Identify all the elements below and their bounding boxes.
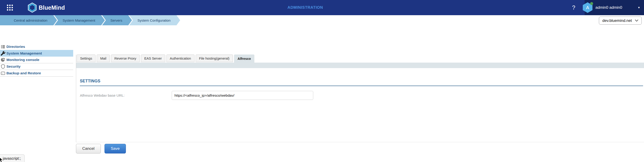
tab-alfresco[interactable]: Alfresco [234, 54, 254, 62]
webdav-url-input[interactable] [172, 91, 313, 100]
mouse-cursor-icon [0, 157, 4, 162]
sidebar-item-directories[interactable]: Directories [0, 43, 73, 50]
breadcrumb: Central administration System Management… [0, 15, 644, 25]
user-name: admin0 admin0 [596, 5, 622, 10]
status-text: javascript:; [3, 156, 21, 160]
brand-name: BlueMind [39, 4, 65, 11]
online-status-dot [590, 2, 593, 5]
sidebar-item-label: Monitoring console [6, 58, 39, 62]
domain-selector[interactable]: dev.bluemind.net [599, 16, 642, 24]
breadcrumb-item-system-management[interactable]: System Management [54, 15, 105, 25]
tab-authentication[interactable]: Authentication [166, 54, 194, 62]
sidebar-item-label: Directories [6, 45, 25, 49]
apps-grid-icon[interactable] [7, 4, 13, 11]
settings-section-title: SETTINGS [80, 79, 644, 84]
tab-mail[interactable]: Mail [97, 54, 110, 62]
system-configuration-panel: Settings Mail Reverse Proxy EAS Server A… [76, 54, 644, 142]
drive-icon [0, 71, 6, 76]
sidebar-item-security[interactable]: Security [0, 63, 73, 70]
sidebar-item-backup-and-restore[interactable]: Backup and Restore [0, 70, 73, 77]
sidebar-item-label: Security [6, 64, 20, 68]
pie-chart-icon [0, 57, 6, 62]
button-bar: Cancel Save [76, 144, 126, 154]
top-bar: BlueMind ADMINISTRATION ? A admin0 admin… [0, 0, 644, 15]
form-row: Alfresco Webdav base URL: [80, 91, 644, 100]
webdav-url-label: Alfresco Webdav base URL: [80, 94, 172, 98]
save-button[interactable]: Save [104, 144, 126, 154]
tab-reverse-proxy[interactable]: Reverse Proxy [111, 54, 140, 62]
chevron-down-icon: ▼ [638, 6, 640, 9]
sidebar-item-label: Backup and Restore [6, 71, 41, 75]
sidebar-item-system-management[interactable]: System Management [0, 50, 73, 56]
breadcrumb-item-system-configuration[interactable]: System Configuration [129, 15, 180, 25]
tab-eas-server[interactable]: EAS Server [141, 54, 165, 62]
domain-selector-value: dev.bluemind.net [602, 18, 632, 23]
page-title: ADMINISTRATION [288, 5, 323, 10]
bluemind-logo[interactable]: BlueMind [28, 0, 65, 15]
help-button[interactable]: ? [563, 0, 584, 15]
section-divider [80, 86, 643, 86]
breadcrumb-item-central-administration[interactable]: Central administration [0, 15, 57, 25]
breadcrumb-bar: Central administration System Management… [0, 15, 644, 25]
tab-settings[interactable]: Settings [77, 54, 96, 62]
avatar: A [583, 2, 592, 13]
cancel-button[interactable]: Cancel [76, 144, 101, 154]
wrench-icon [0, 51, 6, 56]
shield-icon [0, 64, 6, 69]
chevron-down-icon [635, 20, 638, 22]
link-status-bubble: javascript:; [0, 154, 25, 162]
sidebar-item-label: System Management [6, 51, 42, 56]
tab-content-header-band [76, 62, 644, 68]
sidebar: Directories System Management Monitoring… [0, 43, 73, 77]
user-menu[interactable]: A admin0 admin0 ▼ [584, 0, 644, 15]
breadcrumb-item-servers[interactable]: Servers [102, 15, 132, 25]
tab-file-hosting-general[interactable]: File hosting(general) [196, 54, 233, 62]
bluemind-hexagon-icon [28, 2, 37, 13]
list-icon [0, 44, 6, 49]
sidebar-item-monitoring-console[interactable]: Monitoring console [0, 56, 73, 63]
tab-bar: Settings Mail Reverse Proxy EAS Server A… [76, 54, 644, 62]
